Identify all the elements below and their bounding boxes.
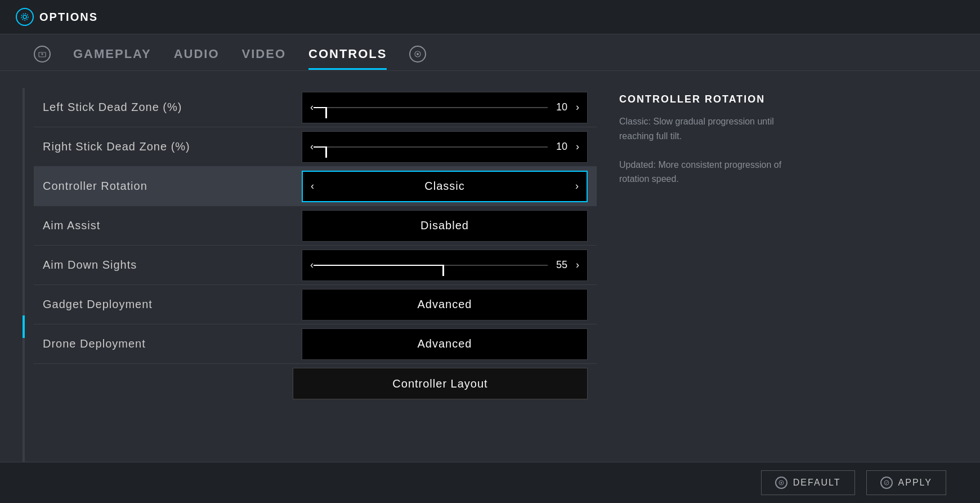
apply-button-label: APPLY xyxy=(898,478,932,488)
control-aim-assist: Disabled xyxy=(302,210,588,242)
control-aim-down-sights: ‹ 55 › xyxy=(302,250,588,281)
row-aim-assist: Aim Assist Disabled xyxy=(34,206,597,246)
default-button-icon xyxy=(775,477,787,489)
controls-tab-icon xyxy=(409,46,426,63)
label-controller-rotation: Controller Rotation xyxy=(43,180,302,193)
info-panel-title: CONTROLLER ROTATION xyxy=(619,94,799,105)
page-title: OPTIONS xyxy=(39,11,98,24)
slider-fill-right-stick xyxy=(314,146,325,148)
selector-value-controller-rotation: Classic xyxy=(314,180,575,193)
control-controller-layout: Controller Layout xyxy=(293,368,588,399)
selector-value-drone-deployment: Advanced xyxy=(310,337,579,350)
selector-aim-assist[interactable]: Disabled xyxy=(302,210,588,242)
tab-video[interactable]: VIDEO xyxy=(242,47,286,69)
tab-audio[interactable]: AUDIO xyxy=(174,47,220,69)
slider-track-container-ads xyxy=(314,250,548,281)
slider-track-container-right-stick xyxy=(314,132,548,162)
control-controller-rotation: ‹ Classic › xyxy=(302,171,588,202)
controller-layout-button[interactable]: Controller Layout xyxy=(293,368,588,399)
svg-point-4 xyxy=(417,53,419,55)
slider-fill-left-stick xyxy=(314,107,325,108)
svg-point-0 xyxy=(23,15,26,19)
slider-thumb-ads[interactable] xyxy=(442,265,444,276)
apply-button[interactable]: APPLY xyxy=(866,470,946,495)
svg-point-1 xyxy=(21,14,28,20)
row-controller-layout: Controller Layout xyxy=(34,364,597,403)
slider-track-ads xyxy=(314,265,548,266)
slider-value-left-stick: 10 xyxy=(548,101,576,113)
row-controller-rotation: Controller Rotation ‹ Classic › xyxy=(34,167,597,206)
settings-panel: Left Stick Dead Zone (%) ‹ 10 › Right xyxy=(34,88,597,467)
options-icon xyxy=(16,8,34,26)
selector-gadget-deployment[interactable]: Advanced xyxy=(302,289,588,321)
slider-value-right-stick: 10 xyxy=(548,141,576,153)
selector-right-arrow-controller-rotation[interactable]: › xyxy=(575,180,579,192)
row-drone-deployment: Drone Deployment Advanced xyxy=(34,324,597,364)
row-aim-down-sights: Aim Down Sights ‹ 55 › xyxy=(34,246,597,285)
tab-gameplay[interactable]: GAMEPLAY xyxy=(73,47,151,69)
info-panel-text: Classic: Slow gradual progression until … xyxy=(619,114,799,186)
slider-right-arrow-right-stick[interactable]: › xyxy=(576,141,579,153)
slider-right-arrow-ads[interactable]: › xyxy=(576,259,579,271)
slider-aim-down-sights[interactable]: ‹ 55 › xyxy=(302,250,588,281)
control-gadget-deployment: Advanced xyxy=(302,289,588,321)
control-right-stick-dead-zone: ‹ 10 › xyxy=(302,131,588,163)
label-drone-deployment: Drone Deployment xyxy=(43,337,302,350)
slider-right-stick[interactable]: ‹ 10 › xyxy=(302,131,588,163)
default-button[interactable]: DEFAULT xyxy=(761,470,855,495)
label-left-stick-dead-zone: Left Stick Dead Zone (%) xyxy=(43,101,302,114)
slider-fill-ads xyxy=(314,265,442,266)
slider-value-ads: 55 xyxy=(548,259,576,271)
label-aim-assist: Aim Assist xyxy=(43,219,302,232)
default-button-label: DEFAULT xyxy=(793,478,841,488)
nav-tabs: GAMEPLAY AUDIO VIDEO CONTROLS xyxy=(0,34,980,71)
slider-right-arrow-left-stick[interactable]: › xyxy=(576,101,579,113)
gameplay-tab-icon xyxy=(34,46,51,63)
label-right-stick-dead-zone: Right Stick Dead Zone (%) xyxy=(43,140,302,153)
slider-track-right-stick xyxy=(314,146,548,148)
info-panel: CONTROLLER ROTATION Classic: Slow gradua… xyxy=(619,88,799,467)
selector-controller-rotation[interactable]: ‹ Classic › xyxy=(302,171,588,202)
slider-left-stick[interactable]: ‹ 10 › xyxy=(302,92,588,123)
slider-thumb-left-stick[interactable] xyxy=(325,107,327,118)
row-gadget-deployment: Gadget Deployment Advanced xyxy=(34,285,597,324)
svg-point-6 xyxy=(780,482,782,484)
control-left-stick-dead-zone: ‹ 10 › xyxy=(302,92,588,123)
tab-controls[interactable]: CONTROLS xyxy=(308,47,387,69)
scroll-indicator xyxy=(23,88,25,467)
label-aim-down-sights: Aim Down Sights xyxy=(43,259,302,271)
selector-value-aim-assist: Disabled xyxy=(310,219,579,232)
title-bar: OPTIONS xyxy=(0,0,980,34)
selector-drone-deployment[interactable]: Advanced xyxy=(302,328,588,360)
row-left-stick-dead-zone: Left Stick Dead Zone (%) ‹ 10 › xyxy=(34,88,597,127)
selector-value-gadget-deployment: Advanced xyxy=(310,298,579,311)
bottom-bar: DEFAULT APPLY xyxy=(0,462,980,503)
slider-track-container-left-stick xyxy=(314,92,548,123)
label-gadget-deployment: Gadget Deployment xyxy=(43,298,302,311)
slider-track-left-stick xyxy=(314,107,548,108)
control-drone-deployment: Advanced xyxy=(302,328,588,360)
slider-thumb-right-stick[interactable] xyxy=(325,146,327,158)
row-right-stick-dead-zone: Right Stick Dead Zone (%) ‹ 10 › xyxy=(34,127,597,167)
main-content: Left Stick Dead Zone (%) ‹ 10 › Right xyxy=(0,71,980,484)
apply-button-icon xyxy=(880,477,893,489)
